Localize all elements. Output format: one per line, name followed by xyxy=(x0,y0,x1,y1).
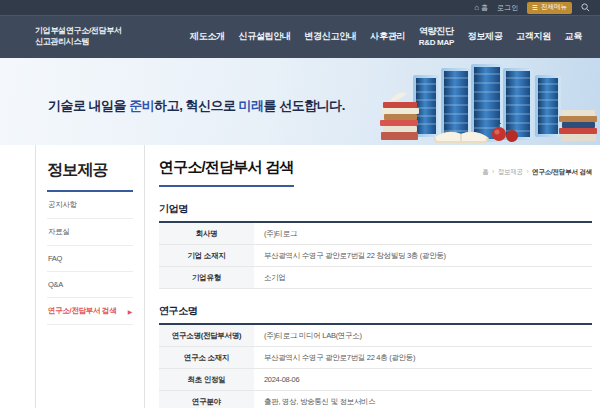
lab-info-table: 연구소명(전담부서명) (주)티로그 미디어 LAB(연구소) 연구소 소재지 … xyxy=(159,323,592,408)
row-value: (주)티로그 xyxy=(254,222,592,245)
active-arrow-icon: ▶ xyxy=(128,308,132,315)
breadcrumb-current: 연구소/전담부서 검색 xyxy=(532,168,592,175)
row-value: 부산광역시 수영구 광안로7번길 22 4층 (광안동) xyxy=(254,347,592,369)
nav-item-jeongbo[interactable]: 정보제공 xyxy=(468,31,503,42)
home-label: 홈 xyxy=(481,3,488,13)
row-label: 기업 소재지 xyxy=(159,245,254,267)
home-icon: ⌂ xyxy=(474,4,479,12)
login-link[interactable]: 로그인 xyxy=(497,3,518,13)
all-menu-label: 전체메뉴 xyxy=(541,3,567,12)
nav-item-sahu[interactable]: 사후관리 xyxy=(370,31,405,42)
table-row: 회사명 (주)티로그 xyxy=(159,222,592,245)
row-label: 회사명 xyxy=(159,222,254,245)
company-section: 기업명 회사명 (주)티로그 기업 소재지 부산광역시 수영구 광안로7번길 2… xyxy=(159,202,592,289)
row-label: 연구분야 xyxy=(159,391,254,408)
table-row: 연구분야 출판, 영상, 방송통신 및 정보서비스 xyxy=(159,391,592,408)
row-label: 연구소 소재지 xyxy=(159,347,254,369)
content-area: 정보제공 공지사항 자료실 FAQ Q&A 연구소/전담부서 검색 ▶ 연구소/… xyxy=(0,145,600,408)
page-title: 연구소/전담부서 검색 xyxy=(159,158,294,187)
login-label: 로그인 xyxy=(497,3,518,13)
sidebar-item-notice[interactable]: 공지사항 xyxy=(47,192,133,219)
server-racks xyxy=(413,64,561,142)
logo-line2: 신고관리시스템 xyxy=(35,37,160,48)
lab-section-title: 연구소명 xyxy=(159,304,592,318)
nav-item-rnd-map-line1: 역량진단 xyxy=(419,26,454,36)
breadcrumb-separator: › xyxy=(492,168,494,175)
row-label: 기업유형 xyxy=(159,267,254,289)
table-row: 최초 인정일 2024-08-06 xyxy=(159,369,592,391)
nav-item-gyoyuk[interactable]: 교육 xyxy=(565,31,582,42)
main-panel: 연구소/전담부서 검색 홈 › 정보제공 › 연구소/전담부서 검색 기업명 회… xyxy=(159,145,592,408)
site-logo[interactable]: 기업부설연구소/전담부서 신고관리시스템 xyxy=(35,26,160,48)
company-info-table: 회사명 (주)티로그 기업 소재지 부산광역시 수영구 광안로7번길 22 창성… xyxy=(159,221,592,289)
utility-bar: ⌂ 홈 로그인 ☰ 전체메뉴 xyxy=(0,0,600,15)
company-section-title: 기업명 xyxy=(159,202,592,216)
banner-slogan: 기술로 내일을 준비하고, 혁신으로 미래를 선도합니다. xyxy=(48,97,345,115)
search-button[interactable] xyxy=(581,3,590,12)
nav-item-gogaek[interactable]: 고객지원 xyxy=(516,31,551,42)
table-row: 연구소명(전담부서명) (주)티로그 미디어 LAB(연구소) xyxy=(159,324,592,347)
sidebar-item-lab-search[interactable]: 연구소/전담부서 검색 ▶ xyxy=(47,298,133,325)
home-link[interactable]: ⌂ 홈 xyxy=(474,3,488,13)
sidebar-item-archive[interactable]: 자료실 xyxy=(47,219,133,246)
server-books-illustration xyxy=(375,60,600,145)
book-stack-right xyxy=(559,110,597,141)
nav-menu: 제도소개 신규설립안내 변경신고안내 사후관리 역량진단 R&D MAP 정보제… xyxy=(190,26,582,47)
table-row: 연구소 소재지 부산광역시 수영구 광안로7번길 22 4층 (광안동) xyxy=(159,347,592,369)
sidebar-item-qna[interactable]: Q&A xyxy=(47,272,133,298)
row-value: (주)티로그 미디어 LAB(연구소) xyxy=(254,324,592,347)
table-row: 기업유형 소기업 xyxy=(159,267,592,289)
nav-item-singyu[interactable]: 신규설립안내 xyxy=(238,31,290,42)
table-row: 기업 소재지 부산광역시 수영구 광안로7번길 22 창성빌딩 3층 (광안동) xyxy=(159,245,592,267)
breadcrumb: 홈 › 정보제공 › 연구소/전담부서 검색 xyxy=(482,168,592,187)
nav-item-rnd-map-line2: R&D MAP xyxy=(419,38,454,48)
nav-item-rnd-map[interactable]: 역량진단 R&D MAP xyxy=(419,26,454,47)
breadcrumb-separator: › xyxy=(527,168,529,175)
row-label: 연구소명(전담부서명) xyxy=(159,324,254,347)
magnifier-icon xyxy=(581,3,590,12)
main-nav: 기업부설연구소/전담부서 신고관리시스템 제도소개 신규설립안내 변경신고안내 … xyxy=(0,15,600,58)
hero-banner: 기술로 내일을 준비하고, 혁신으로 미래를 선도합니다. xyxy=(0,58,600,145)
row-label: 최초 인정일 xyxy=(159,369,254,391)
nav-item-byeongyeong[interactable]: 변경신고안내 xyxy=(304,31,356,42)
breadcrumb-home[interactable]: 홈 xyxy=(482,168,488,175)
row-value: 2024-08-06 xyxy=(254,369,592,391)
row-value: 출판, 영상, 방송통신 및 정보서비스 xyxy=(254,391,592,408)
row-value: 소기업 xyxy=(254,267,592,289)
row-value: 부산광역시 수영구 광안로7번길 22 창성빌딩 3층 (광안동) xyxy=(254,245,592,267)
lab-section: 연구소명 연구소명(전담부서명) (주)티로그 미디어 LAB(연구소) 연구소… xyxy=(159,304,592,408)
sidebar-item-faq[interactable]: FAQ xyxy=(47,246,133,272)
sidebar-title: 정보제공 xyxy=(47,145,133,192)
page-header: 연구소/전담부서 검색 홈 › 정보제공 › 연구소/전담부서 검색 xyxy=(159,145,592,187)
sidebar: 정보제공 공지사항 자료실 FAQ Q&A 연구소/전담부서 검색 ▶ xyxy=(35,145,145,408)
all-menu-button[interactable]: ☰ 전체메뉴 xyxy=(527,2,572,14)
breadcrumb-jeongbo[interactable]: 정보제공 xyxy=(498,168,523,175)
logo-line1: 기업부설연구소/전담부서 xyxy=(35,26,160,37)
nav-item-jedosogae[interactable]: 제도소개 xyxy=(190,31,225,42)
hamburger-icon: ☰ xyxy=(532,4,538,12)
